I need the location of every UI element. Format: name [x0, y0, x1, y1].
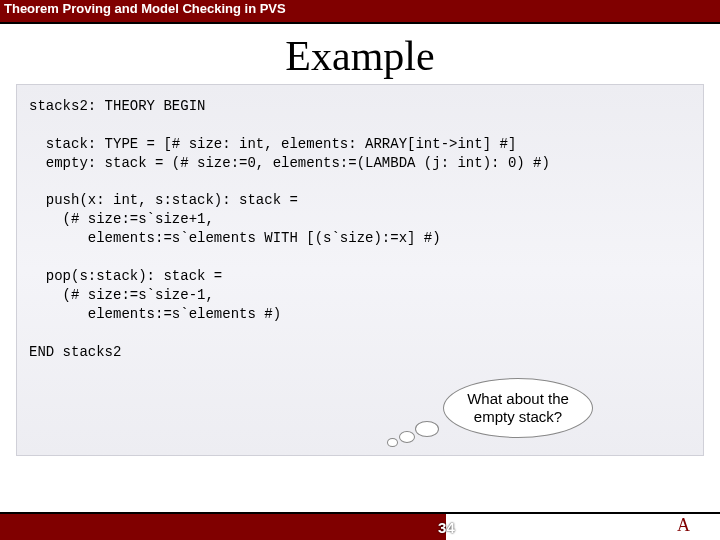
bubble-cloud-icon: What about the empty stack?: [443, 378, 593, 438]
bubble-text: What about the empty stack?: [450, 390, 586, 426]
thought-bubble: What about the empty stack?: [443, 375, 593, 441]
footer-bar: 34 A: [0, 512, 720, 540]
bubble-dot-icon: [387, 438, 398, 447]
code-panel: stacks2: THEORY BEGIN stack: TYPE = [# s…: [16, 84, 704, 456]
slide-title: Example: [0, 32, 720, 80]
page-number: 34: [438, 519, 455, 536]
footer-left-fill: [0, 512, 446, 540]
bubble-dot-icon: [399, 431, 415, 443]
footer-letter: A: [677, 515, 690, 536]
bubble-dot-icon: [415, 421, 439, 437]
code-text: stacks2: THEORY BEGIN stack: TYPE = [# s…: [29, 98, 550, 360]
header-bar: Theorem Proving and Model Checking in PV…: [0, 0, 720, 24]
header-title: Theorem Proving and Model Checking in PV…: [4, 1, 286, 16]
